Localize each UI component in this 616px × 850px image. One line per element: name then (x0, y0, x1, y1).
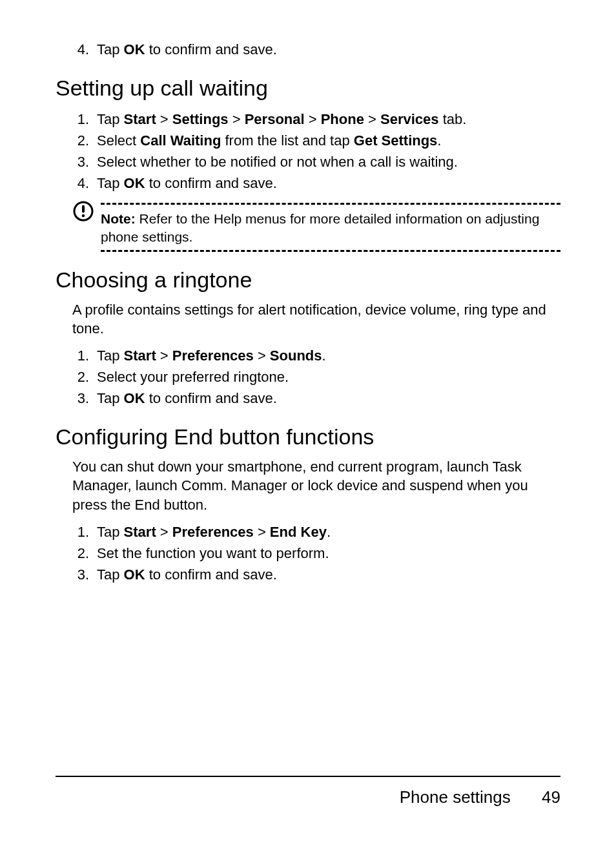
step-item: 4. Tap OK to confirm and save. (72, 39, 560, 60)
step-item: 1.Tap Start > Settings > Personal > Phon… (72, 109, 560, 130)
heading-call-waiting: Setting up call waiting (56, 74, 560, 102)
step-item: 2.Select your preferred ringtone. (72, 366, 560, 388)
step-text: Select your preferred ringtone. (97, 366, 560, 388)
step-number: 3. (72, 151, 89, 172)
step-text: Set the function you want to perform. (97, 543, 560, 564)
step-number: 1. (72, 521, 89, 543)
step-text: Tap Start > Preferences > End Key. (97, 521, 560, 543)
step-number: 4. (72, 172, 89, 194)
step-text: Tap OK to confirm and save. (97, 39, 560, 60)
ringtone-intro: A profile contains settings for alert no… (72, 300, 560, 338)
step-item: 3.Select whether to be notified or not w… (72, 151, 560, 172)
step-number: 3. (72, 564, 89, 585)
step-item: 3.Tap OK to confirm and save. (72, 388, 560, 409)
heading-end-button: Configuring End button functions (56, 423, 560, 451)
footer-page-number: 49 (537, 787, 560, 807)
step-text: Tap OK to confirm and save. (97, 172, 560, 194)
step-item: 1.Tap Start > Preferences > End Key. (72, 521, 560, 543)
step-number: 1. (72, 109, 89, 130)
heading-ringtone: Choosing a ringtone (56, 266, 560, 294)
step-item: 2.Select Call Waiting from the list and … (72, 130, 560, 151)
step-number: 4. (72, 39, 89, 60)
note-border-bottom (101, 250, 560, 252)
step-text: Select whether to be notified or not whe… (97, 151, 560, 172)
step-text: Tap Start > Preferences > Sounds. (97, 345, 560, 366)
ringtone-steps: 1.Tap Start > Preferences > Sounds.2.Sel… (56, 345, 560, 409)
page-footer: Phone settings 49 (56, 776, 560, 807)
call-waiting-steps: 1.Tap Start > Settings > Personal > Phon… (56, 109, 560, 194)
step-text: Tap OK to confirm and save. (97, 564, 560, 585)
step-number: 2. (72, 130, 89, 151)
alert-icon (72, 200, 94, 222)
note-text: Note: Refer to the Help menus for more d… (72, 205, 560, 251)
end-button-intro: You can shut down your smartphone, end c… (72, 457, 560, 515)
svg-point-2 (82, 214, 85, 217)
prior-section-steps: 4. Tap OK to confirm and save. (56, 39, 560, 60)
step-number: 3. (72, 388, 89, 409)
footer-section-title: Phone settings (400, 787, 511, 807)
step-item: 2.Set the function you want to perform. (72, 543, 560, 564)
step-number: 2. (72, 543, 89, 564)
svg-rect-1 (82, 205, 85, 212)
footer-line: Phone settings 49 (56, 787, 560, 807)
step-text: Tap Start > Settings > Personal > Phone … (97, 109, 560, 130)
step-text: Tap OK to confirm and save. (97, 388, 560, 409)
end-button-steps: 1.Tap Start > Preferences > End Key.2.Se… (56, 521, 560, 585)
footer-rule (56, 776, 560, 777)
note-block: Note: Refer to the Help menus for more d… (72, 203, 560, 253)
step-text: Select Call Waiting from the list and ta… (97, 130, 560, 151)
step-number: 1. (72, 345, 89, 366)
step-item: 3.Tap OK to confirm and save. (72, 564, 560, 585)
step-item: 4.Tap OK to confirm and save. (72, 172, 560, 194)
step-item: 1.Tap Start > Preferences > Sounds. (72, 345, 560, 366)
step-number: 2. (72, 366, 89, 388)
